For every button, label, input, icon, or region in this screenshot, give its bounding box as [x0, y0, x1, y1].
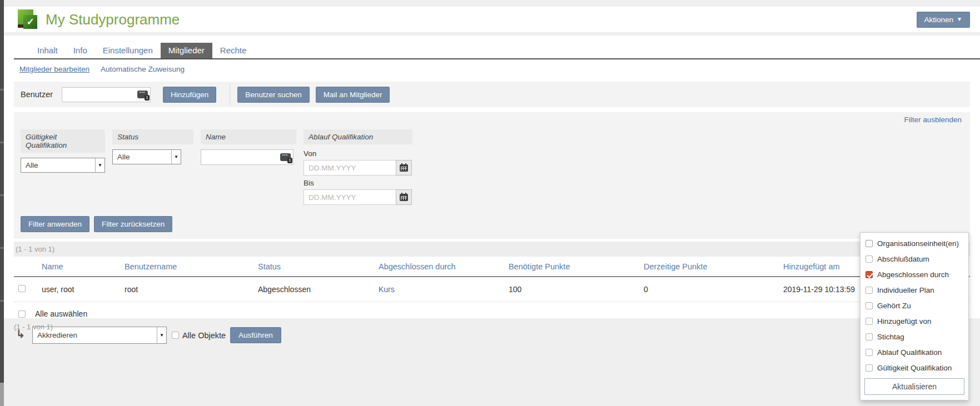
actions-button-label: Aktionen: [924, 16, 954, 24]
menu-item-label: Hinzugefügt von: [877, 317, 932, 325]
hide-filter-link[interactable]: Filter ausblenden: [904, 116, 962, 124]
filter-group-status: Status Alle ▼: [112, 129, 193, 164]
tab-mitglieder[interactable]: Mitglieder: [161, 43, 212, 58]
col-header-derzeitige-punkte[interactable]: Derzeitige Punkte: [639, 257, 779, 277]
menu-item-organisationseinheit[interactable]: Organisationseinheit(en): [860, 235, 968, 251]
benutzer-input-wrap: [62, 87, 151, 102]
result-count: (1 - 1 von 1): [16, 245, 54, 253]
menu-item-hinzugefuegt-von[interactable]: Hinzugefügt von: [860, 313, 968, 329]
benutzer-label: Benutzer: [21, 90, 53, 99]
menu-item-label: Stichtag: [877, 333, 904, 341]
col-header-name[interactable]: Name: [37, 257, 120, 277]
tab-einstellungen[interactable]: Einstellungen: [95, 43, 161, 58]
status-select[interactable]: Alle ▼: [112, 149, 181, 164]
bulk-action-row: ↳ Akkredieren ▼ Alle Objekte Ausführen: [14, 325, 970, 349]
cell-status: Abgeschlossen: [253, 277, 374, 302]
filter-panel: Filter ausblenden Gültigkeit Qualifikati…: [14, 112, 970, 239]
page-title: My Studyprogramme: [46, 11, 917, 28]
menu-item-gueltigkeit-qualifikation[interactable]: Gültigkeit Qualifikation: [860, 360, 968, 375]
header-checkbox-col: [14, 257, 37, 277]
menu-checkbox[interactable]: [865, 318, 873, 325]
result-count-bottom: (1 - 1 von 1): [14, 323, 53, 331]
menu-item-label: Ablauf Qualifikation: [877, 348, 942, 357]
cell-required-points: 100: [504, 277, 639, 302]
von-label: Von: [304, 149, 412, 158]
menu-checkbox[interactable]: [865, 349, 873, 356]
menu-item-label: Gültigkeit Qualifikation: [877, 364, 952, 372]
col-header-benoetigte-punkte[interactable]: Benötigte Punkte: [504, 257, 639, 277]
col-header-abgeschlossen-durch[interactable]: Abgeschlossen durch: [374, 257, 504, 277]
name-filter-wrap: [201, 149, 293, 165]
update-columns-button[interactable]: Aktualisieren: [864, 378, 964, 395]
name-autocomplete-icon[interactable]: [137, 91, 148, 98]
menu-item-stichtag[interactable]: Stichtag: [860, 329, 968, 344]
apply-filter-button[interactable]: Filter anwenden: [21, 216, 89, 232]
tab-inhalt[interactable]: Inhalt: [29, 43, 66, 58]
menu-checkbox[interactable]: [865, 271, 873, 278]
columns-menu: Organisationseinheit(en) Abschlußdatum A…: [860, 232, 969, 400]
bis-label: Bis: [304, 179, 412, 187]
actions-button[interactable]: Aktionen ▼: [917, 12, 970, 28]
add-user-panel: Benutzer Hinzufügen Benutzer suchen Mail…: [14, 82, 970, 107]
menu-checkbox[interactable]: [865, 240, 873, 247]
von-calendar-button[interactable]: [396, 160, 412, 176]
calendar-icon: [400, 164, 408, 172]
table-header-row: Name Benutzername Status Abgeschlossen d…: [14, 257, 970, 277]
tab-rechte[interactable]: Rechte: [212, 43, 255, 58]
menu-item-label: Organisationseinheit(en): [877, 239, 959, 248]
gueltigkeit-select[interactable]: Alle ▼: [21, 158, 105, 173]
col-header-status[interactable]: Status: [253, 257, 374, 277]
menu-checkbox[interactable]: [865, 333, 873, 340]
course-header: ✓ My Studyprogramme Aktionen ▼: [4, 7, 980, 32]
table-toolbar: (1 - 1 von 1) Spalten ▼: [14, 242, 970, 257]
subnav: Mitglieder bearbeiten Automatische Zuwei…: [4, 59, 980, 78]
select-arrow-icon: ▼: [95, 158, 105, 172]
select-all-row: Alle auswählen: [14, 302, 970, 325]
row-checkbox[interactable]: [18, 285, 26, 292]
name-autocomplete-icon[interactable]: [280, 153, 291, 161]
members-table: Name Benutzername Status Abgeschlossen d…: [14, 257, 970, 302]
menu-item-individueller-plan[interactable]: Individueller Plan: [860, 282, 968, 298]
all-objects-checkbox[interactable]: [172, 332, 179, 339]
studyprogramme-icon: ✓: [18, 9, 38, 29]
menu-checkbox[interactable]: [865, 364, 873, 372]
menu-item-abgeschlossen-durch[interactable]: Abgeschlossen durch: [860, 267, 968, 282]
filter-group-name: Name: [201, 129, 296, 165]
mail-members-button[interactable]: Mail an Mitglieder: [316, 87, 390, 103]
menu-checkbox[interactable]: [865, 287, 873, 294]
select-arrow-icon: ▼: [157, 327, 166, 343]
window-edge-strip: [0, 0, 4, 406]
menu-checkbox[interactable]: [865, 302, 873, 309]
filter-group-ablauf: Ablauf Qualifikation Von Bis: [304, 129, 412, 208]
divider: [230, 83, 230, 106]
cell-current-points: 0: [639, 277, 779, 302]
filter-name-label: Name: [201, 129, 296, 144]
status-select-value: Alle: [113, 150, 171, 164]
cell-name: user, root: [37, 277, 120, 302]
menu-checkbox[interactable]: [865, 255, 873, 263]
completed-by-link[interactable]: Kurs: [379, 285, 395, 294]
add-user-button[interactable]: Hinzufügen: [163, 87, 216, 103]
main-card: Inhalt Info Einstellungen Mitglieder Rec…: [4, 36, 980, 318]
execute-button[interactable]: Ausführen: [230, 327, 281, 343]
tab-info[interactable]: Info: [66, 43, 95, 58]
von-date-input[interactable]: [304, 160, 396, 176]
menu-item-label: Abgeschlossen durch: [877, 270, 949, 279]
search-users-button[interactable]: Benutzer suchen: [237, 87, 309, 103]
reset-filter-button[interactable]: Filter zurücksetzen: [94, 216, 172, 232]
col-header-benutzername[interactable]: Benutzername: [120, 257, 253, 277]
calendar-icon: [400, 194, 408, 201]
select-all-checkbox[interactable]: [18, 310, 26, 318]
menu-item-abschlussdatum[interactable]: Abschlußdatum: [860, 251, 968, 267]
name-filter-input[interactable]: [201, 149, 293, 165]
filter-ablauf-label: Ablauf Qualifikation: [304, 129, 412, 144]
bis-calendar-button[interactable]: [396, 189, 412, 205]
menu-item-gehoert-zu[interactable]: Gehört Zu: [860, 298, 968, 313]
subnav-mitglieder-bearbeiten[interactable]: Mitglieder bearbeiten: [19, 65, 89, 73]
menu-item-label: Individueller Plan: [877, 286, 934, 294]
subnav-automatische-zuweisung[interactable]: Automatische Zuweisung: [101, 65, 185, 73]
chevron-down-icon: ▼: [957, 17, 962, 22]
menu-item-label: Abschlußdatum: [877, 255, 929, 263]
menu-item-ablauf-qualifikation[interactable]: Ablauf Qualifikation: [860, 344, 968, 360]
bis-date-input[interactable]: [304, 189, 396, 205]
